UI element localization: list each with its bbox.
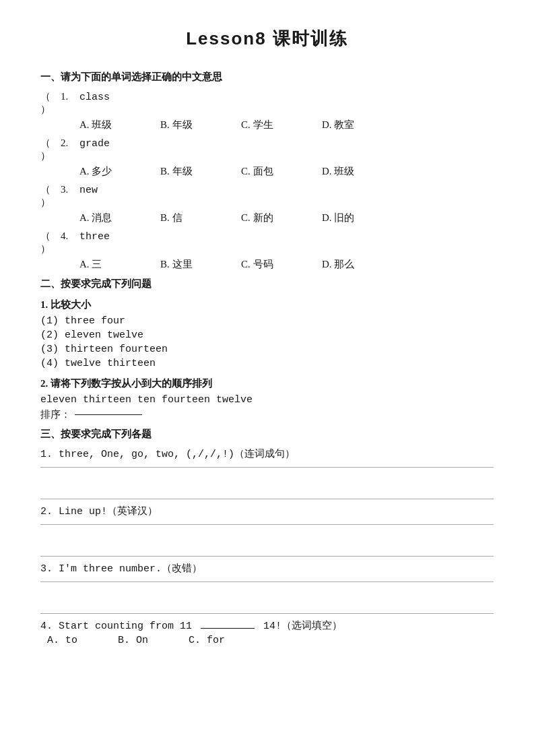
option-2c: C. 面包: [241, 165, 322, 178]
section3: 三、按要求完成下列各题 1. three, One, go, two, (,/,…: [40, 428, 494, 646]
q4-options: A. to B. On C. for: [47, 635, 494, 646]
section3-item-3: 3. I'm three number.（改错）: [40, 562, 494, 614]
option-4c: C. 号码: [241, 258, 322, 271]
divider-1: [40, 467, 494, 468]
section3-item-4: 4. Start counting from 11 14!（选词填空） A. t…: [40, 619, 494, 646]
qnum-3: 3.: [61, 184, 79, 195]
s3-q2-text: 2. Line up!（英译汉）: [40, 505, 494, 517]
question-2: （ ） 2. grade A. 多少 B. 年级 C. 面包 D. 班级: [40, 137, 494, 178]
question-4: （ ） 4. three A. 三 B. 这里 C. 号码 D. 那么: [40, 230, 494, 271]
divider-1b: [40, 499, 494, 499]
options-2: A. 多少 B. 年级 C. 面包 D. 班级: [79, 165, 494, 178]
option-4d: D. 那么: [322, 258, 403, 271]
compare-item-2: (2) eleven twelve: [40, 329, 494, 341]
s3-q1-content: three, One, go, two, (,/,/,!)（连词成句）: [59, 449, 295, 460]
s3-q3-text: 3. I'm three number.（改错）: [40, 562, 494, 575]
divider-2: [40, 524, 494, 525]
option-3c: C. 新的: [241, 212, 322, 224]
qnum-1: 1.: [61, 91, 79, 102]
order-label: 排序：: [40, 408, 71, 421]
bracket-2: （ ）: [40, 137, 61, 162]
divider-2b: [40, 556, 494, 557]
options-3: A. 消息 B. 信 C. 新的 D. 旧的: [79, 212, 494, 224]
s3-q1-num: 1.: [40, 449, 53, 460]
fill-blank-4[interactable]: [201, 628, 255, 629]
option-4b: B. 这里: [160, 258, 241, 271]
sub2-title: 2. 请将下列数字按从小到大的顺序排列: [40, 377, 494, 390]
section2: 二、按要求完成下列问题 1. 比较大小 (1) three four (2) e…: [40, 278, 494, 421]
s3-q1-text: 1. three, One, go, two, (,/,/,!)（连词成句）: [40, 447, 494, 460]
s3-q3-content: I'm three number.（改错）: [59, 563, 202, 575]
s3-q2-num: 2.: [40, 506, 53, 517]
question-3: （ ） 3. new A. 消息 B. 信 C. 新的 D. 旧的: [40, 183, 494, 224]
option-4a: A. 三: [79, 258, 160, 271]
section1-header: 一、请为下面的单词选择正确的中文意思: [40, 71, 494, 84]
divider-3: [40, 581, 494, 582]
answer-2[interactable]: [40, 530, 494, 549]
compare-item-3: (3) thirteen fourteen: [40, 344, 494, 355]
option-2d: D. 班级: [322, 165, 403, 178]
section3-item-2: 2. Line up!（英译汉）: [40, 505, 494, 557]
section1: 一、请为下面的单词选择正确的中文意思 （ ） 1. class A. 班级 B.…: [40, 71, 494, 271]
section3-item-1: 1. three, One, go, two, (,/,/,!)（连词成句）: [40, 447, 494, 499]
options-4: A. 三 B. 这里 C. 号码 D. 那么: [79, 258, 494, 271]
section2-header: 二、按要求完成下列问题: [40, 278, 494, 290]
qword-3: new: [79, 185, 98, 196]
q4-opt-a: A. to: [47, 635, 77, 646]
section2-sub1: 1. 比较大小 (1) three four (2) eleven twelve…: [40, 298, 494, 369]
answer-3[interactable]: [40, 588, 494, 606]
option-1d: D. 教室: [322, 119, 403, 131]
s3-q2-content: Line up!（英译汉）: [59, 506, 158, 517]
qword-1: class: [79, 92, 110, 103]
q4-opt-c: C. for: [189, 635, 225, 646]
section3-header: 三、按要求完成下列各题: [40, 428, 494, 441]
option-2a: A. 多少: [79, 165, 160, 178]
option-3b: B. 信: [160, 212, 241, 224]
compare-item-1: (1) three four: [40, 315, 494, 327]
bracket-4: （ ）: [40, 230, 61, 255]
option-2b: B. 年级: [160, 165, 241, 178]
order-line: 排序：: [40, 408, 494, 421]
s3-q4-content2: 14!（选词填空）: [263, 621, 342, 632]
q4-opt-b: B. On: [118, 635, 148, 646]
bracket-1: （ ）: [40, 90, 61, 116]
qnum-2: 2.: [61, 137, 79, 149]
option-3a: A. 消息: [79, 212, 160, 224]
page-title: Lesson8 课时训练: [40, 27, 494, 51]
s3-q4-num: 4.: [40, 621, 53, 632]
s3-q4-content: Start counting from 11: [59, 621, 192, 632]
s3-q3-num: 3.: [40, 563, 53, 575]
option-1a: A. 班级: [79, 119, 160, 131]
order-blank[interactable]: [75, 414, 142, 415]
s3-q4-text: 4. Start counting from 11 14!（选词填空）: [40, 619, 494, 632]
compare-item-4: (4) twelve thirteen: [40, 358, 494, 369]
answer-1[interactable]: [40, 473, 494, 492]
section2-sub2: 2. 请将下列数字按从小到大的顺序排列 eleven thirteen ten …: [40, 377, 494, 421]
question-1: （ ） 1. class A. 班级 B. 年级 C. 学生 D. 教室: [40, 90, 494, 131]
options-1: A. 班级 B. 年级 C. 学生 D. 教室: [79, 119, 494, 131]
qword-4: three: [79, 231, 110, 243]
option-1c: C. 学生: [241, 119, 322, 131]
option-3d: D. 旧的: [322, 212, 403, 224]
divider-3b: [40, 613, 494, 614]
sort-words: eleven thirteen ten fourteen twelve: [40, 394, 494, 406]
sub1-title: 1. 比较大小: [40, 298, 494, 311]
bracket-3: （ ）: [40, 183, 61, 209]
qword-2: grade: [79, 138, 110, 150]
option-1b: B. 年级: [160, 119, 241, 131]
qnum-4: 4.: [61, 230, 79, 242]
